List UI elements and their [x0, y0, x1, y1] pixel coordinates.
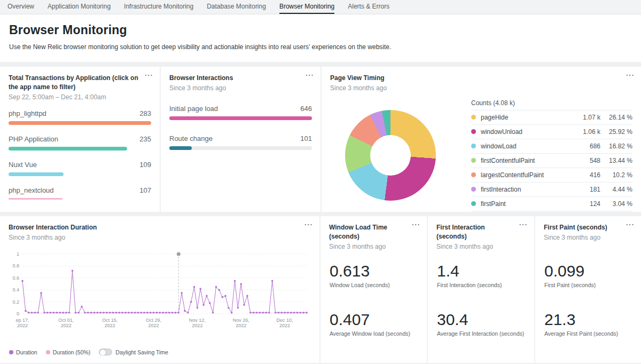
legend-row-firstcontentfulpaint[interactable]: firstContentfulPaint54813.44 % [471, 153, 632, 168]
svg-text:ep 17,: ep 17, [15, 318, 29, 323]
card-menu-icon[interactable]: ⋯ [411, 220, 420, 229]
legend-value: 416 [576, 171, 600, 179]
app-bar-fill [9, 198, 62, 200]
donut-legend: Counts (4.08 k) pageHide1.07 k26.14 %win… [471, 99, 632, 211]
card-subtitle: Since 3 months ago [169, 84, 312, 92]
card-first-interaction: First Interaction (seconds) Since 3 mont… [428, 216, 534, 363]
stat-value: 30.4 [437, 311, 528, 328]
card-subtitle: Since 3 months ago [9, 234, 311, 241]
legend-label: windowLoad [481, 143, 576, 150]
legend-row-windowunload[interactable]: windowUnload1.06 k25.92 % [471, 124, 632, 139]
interaction-bar-fill [169, 146, 192, 150]
legend-item-duration-50[interactable]: Duration (50%) [46, 349, 91, 355]
card-menu-icon[interactable]: ⋯ [626, 220, 634, 229]
legend-label: Duration [16, 349, 37, 355]
card-title: Page View Timing [330, 74, 632, 83]
app-bar [9, 121, 151, 125]
app-bar-fill [9, 147, 127, 151]
legend-row-firstinteraction[interactable]: firstInteraction1814.44 % [471, 182, 632, 196]
page-subtitle: Use the New Relic browser monitoring sol… [9, 43, 632, 51]
card-menu-icon[interactable]: ⋯ [305, 71, 314, 80]
app-bar [9, 147, 151, 151]
svg-text:0.6: 0.6 [12, 275, 19, 281]
legend-value: 1.07 k [576, 114, 600, 121]
app-item-php-application[interactable]: PHP Application235 [9, 135, 151, 151]
interaction-item-route-change[interactable]: Route change101 [169, 134, 312, 150]
legend-percent: 16.82 % [600, 143, 632, 150]
legend-row-pagehide[interactable]: pageHide1.07 k26.14 % [471, 110, 632, 124]
card-title: Window Load Time (seconds) [329, 223, 418, 241]
card-menu-icon[interactable]: ⋯ [304, 220, 312, 229]
card-menu-icon[interactable]: ⋯ [519, 220, 527, 229]
legend-color-dot [471, 187, 476, 192]
legend-value: 548 [576, 157, 600, 164]
legend-color-dot [471, 172, 476, 177]
legend-label: Duration (50%) [53, 349, 91, 355]
app-item-php-lighttpd[interactable]: php_lighttpd283 [9, 109, 151, 125]
nav-tab-infrastructure-monitoring[interactable]: Infrastructure Monitoring [124, 0, 193, 14]
app-item-nuxt-vue[interactable]: Nuxt Vue109 [9, 161, 151, 176]
svg-text:1: 1 [17, 251, 19, 257]
stat-label: Window Load (seconds) [330, 282, 420, 288]
legend-row-windowload[interactable]: windowLoad68616.82 % [471, 139, 632, 153]
transactions-list: php_lighttpd283PHP Application235Nuxt Vu… [9, 109, 151, 202]
nav-tab-overview[interactable]: Overview [7, 0, 34, 14]
svg-text:0.4: 0.4 [12, 287, 19, 292]
card-subtitle: Sep 22, 5:00am – Dec 21, 4:00am [9, 93, 151, 101]
svg-text:Dec 10,: Dec 10, [277, 318, 293, 323]
app-value: 109 [139, 161, 151, 169]
app-value: 235 [139, 135, 151, 143]
legend-value: 1.06 k [576, 128, 600, 136]
interaction-label-row: Initial page load646 [169, 105, 312, 113]
legend-label: pageHide [481, 114, 576, 121]
svg-text:0.8: 0.8 [12, 263, 19, 268]
duration-chart-wrap: 00.20.40.60.81ep 17,2022Oct 01,2022Oct 1… [9, 249, 311, 333]
stat-window-load: 0.613 Window Load (seconds) [330, 262, 420, 288]
card-title: Browser Interactions [169, 74, 312, 83]
app-bar-fill [9, 172, 64, 176]
duration-legend: Duration Duration (50%) Daylight Saving … [9, 349, 168, 355]
legend-item-duration[interactable]: Duration [9, 349, 37, 355]
legend-row-largestcontentfulpaint[interactable]: largestContentfulPaint41610.2 % [471, 168, 632, 182]
card-subtitle: Since 3 months ago [330, 84, 632, 92]
svg-text:2022: 2022 [17, 323, 28, 328]
svg-text:2022: 2022 [105, 323, 115, 328]
stat-label: Average Window load (seconds) [330, 330, 420, 337]
page-header: Browser Monitoring Use the New Relic bro… [0, 14, 641, 62]
legend-percent: 26.14 % [600, 114, 632, 121]
app-item-php-nextcloud[interactable]: php_nextcloud107 [9, 186, 151, 202]
svg-text:2022: 2022 [236, 323, 246, 328]
interaction-item-initial-page-load[interactable]: Initial page load646 [169, 105, 312, 120]
page-view-donut-chart[interactable] [345, 110, 436, 201]
duration-line-chart[interactable]: 00.20.40.60.81ep 17,2022Oct 01,2022Oct 1… [9, 249, 311, 333]
toggle-switch-icon [99, 349, 112, 355]
app-value: 283 [139, 109, 151, 117]
card-title: Total Transactions by Application (click… [9, 74, 151, 92]
stat-value: 0.613 [330, 262, 420, 280]
interaction-value: 646 [300, 105, 312, 113]
svg-text:0: 0 [17, 311, 19, 316]
duration-50-series-dot [46, 350, 50, 354]
nav-tab-browser-monitoring[interactable]: Browser Monitoring [279, 0, 334, 14]
stat-first-paint: 0.099 First Paint (seconds) [544, 262, 635, 288]
dashboard: Total Transactions by Application (click… [0, 67, 641, 363]
nav-tab-application-monitoring[interactable]: Application Monitoring [48, 0, 111, 14]
stat-label: Average First Interaction (seconds) [437, 330, 528, 337]
app-label-row: PHP Application235 [9, 135, 151, 143]
nav-tab-database-monitoring[interactable]: Database Monitoring [207, 0, 266, 14]
legend-label: firstContentfulPaint [481, 157, 576, 164]
legend-label: firstPaint [481, 200, 576, 208]
legend-percent: 3.04 % [600, 200, 632, 208]
card-menu-icon[interactable]: ⋯ [144, 71, 153, 80]
card-menu-icon[interactable]: ⋯ [626, 71, 634, 80]
nav-tab-alerts-errors[interactable]: Alerts & Errors [348, 0, 389, 14]
legend-percent: 10.2 % [600, 171, 632, 179]
svg-text:2022: 2022 [192, 323, 202, 328]
legend-row-firstpaint[interactable]: firstPaint1243.04 % [471, 196, 632, 211]
daylight-saving-toggle[interactable]: Daylight Saving Time [99, 349, 168, 355]
legend-label: windowUnload [481, 128, 576, 136]
legend-color-dot [471, 129, 476, 134]
svg-text:Oct 15,: Oct 15, [102, 318, 118, 323]
page-view-body: Counts (4.08 k) pageHide1.07 k26.14 %win… [330, 99, 632, 211]
app-label-row: php_lighttpd283 [9, 109, 151, 117]
